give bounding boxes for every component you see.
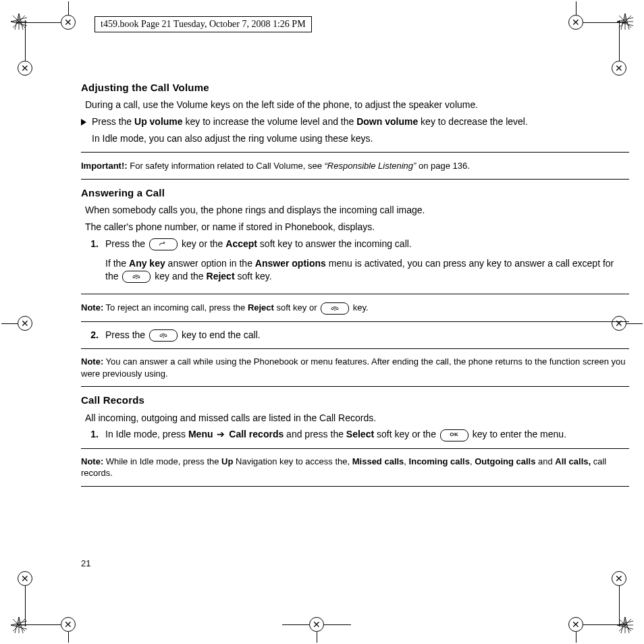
register-mark-icon: ✕	[18, 61, 32, 76]
step-number: 1.	[81, 238, 99, 250]
divider	[81, 179, 629, 180]
important-note: Important!: For safety information relat…	[81, 159, 629, 172]
divider	[81, 386, 629, 387]
svg-point-34	[163, 337, 164, 338]
body-text: All incoming, outgoing and missed calls …	[85, 412, 629, 425]
register-mark-icon: ✕	[612, 61, 626, 76]
divider	[81, 321, 629, 322]
crop-star-icon	[617, 617, 633, 633]
bullet-text: Press the Up volume key to increase the …	[92, 115, 528, 145]
register-mark-icon: ✕	[61, 15, 76, 30]
page-body: Adjusting the Call Volume During a call,…	[81, 74, 629, 576]
arrow-right-icon: ➔	[215, 429, 228, 439]
divider	[81, 448, 629, 449]
numbered-step: 2. Press the key to end the call.	[81, 329, 629, 342]
heading-answering-call: Answering a Call	[81, 186, 629, 200]
end-key-icon	[149, 329, 178, 342]
body-text: During a call, use the Volume keys on th…	[85, 99, 629, 111]
step-body: In Idle mode, press Menu ➔ Call records …	[105, 428, 629, 441]
note: Note: To reject an incoming call, press …	[81, 301, 629, 315]
register-mark-icon: ✕	[568, 617, 583, 632]
register-mark-icon: ✕	[18, 316, 32, 331]
body-text: The caller's phone number, or name if st…	[85, 221, 629, 234]
note: Note: You can answer a call while using …	[81, 356, 629, 379]
page-header: t459.book Page 21 Tuesday, October 7, 20…	[95, 16, 312, 32]
divider	[81, 152, 629, 153]
send-key-icon	[149, 238, 178, 250]
heading-call-records: Call Records	[81, 394, 629, 407]
triangle-bullet-icon	[81, 119, 86, 126]
ok-key-icon: OK	[440, 429, 468, 441]
end-key-icon	[122, 271, 151, 283]
note: Note: While in Idle mode, press the Up N…	[81, 456, 629, 479]
register-mark-icon: ✕	[568, 15, 583, 30]
step-body: Press the key to end the call.	[105, 329, 629, 342]
page-header-text: t459.book Page 21 Tuesday, October 7, 20…	[101, 18, 306, 31]
svg-point-33	[334, 309, 336, 311]
body-text: When somebody calls you, the phone rings…	[85, 204, 629, 217]
divider	[81, 348, 629, 349]
page-number: 21	[81, 558, 90, 570]
register-mark-icon: ✕	[309, 617, 324, 632]
register-mark-icon: ✕	[61, 617, 76, 632]
step-number: 1.	[81, 428, 99, 441]
end-key-icon	[321, 302, 349, 315]
body-text: In Idle mode, you can also adjust the ri…	[92, 132, 528, 145]
numbered-step: 1. In Idle mode, press Menu ➔ Call recor…	[81, 428, 629, 441]
step-body: Press the key or the Accept soft key to …	[105, 238, 629, 287]
svg-point-32	[136, 278, 138, 279]
manual-page: ✕ ✕ ✕ ✕ ✕ ✕ ✕ ✕ ✕ ✕ ✕ t459.book Page 21 …	[0, 0, 644, 644]
numbered-step: 1. Press the key or the Accept soft key …	[81, 238, 629, 287]
divider	[81, 486, 629, 487]
divider	[81, 294, 629, 294]
heading-adjusting-call-volume: Adjusting the Call Volume	[81, 81, 629, 95]
bullet-item: Press the Up volume key to increase the …	[81, 115, 629, 145]
step-number: 2.	[81, 329, 99, 342]
register-mark-icon: ✕	[18, 571, 32, 586]
